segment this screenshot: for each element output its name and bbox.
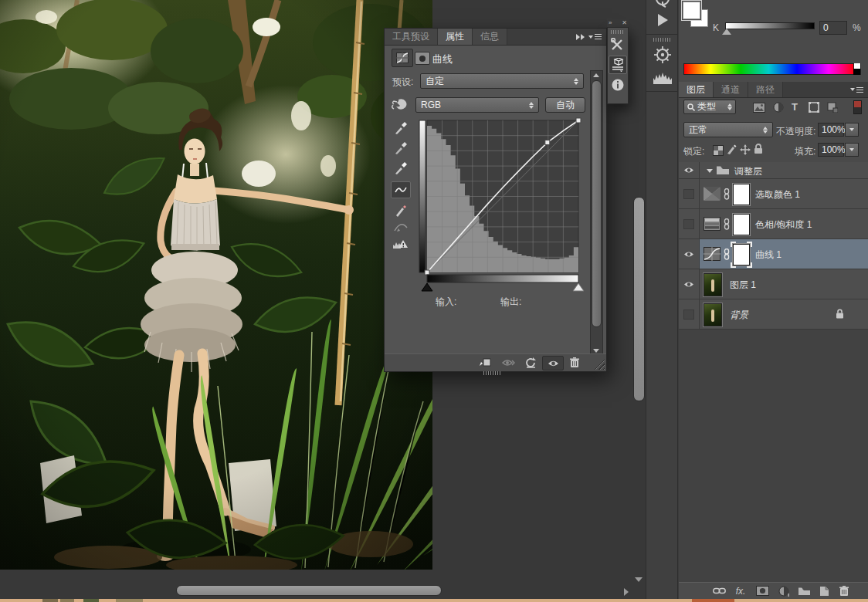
close-dock-icon[interactable]: ✕ [622,19,627,26]
group-expand-arrow[interactable] [707,169,713,173]
panel-resize-grip[interactable] [594,359,605,370]
panel-drag-grip[interactable] [483,371,500,375]
layer-mask-thumbnail[interactable] [733,214,750,235]
smooth-curve-icon[interactable] [394,223,408,232]
tab-tool-presets[interactable]: 工具预设 [385,29,438,45]
layer-thumbnail[interactable] [704,273,722,296]
eye-icon [683,281,694,288]
adjustment-badge-curves[interactable] [392,49,413,67]
auto-button[interactable]: 自动 [545,97,585,113]
right-dock: K 0 % 图层 通道 路径 类型 [679,0,868,602]
scroll-right-arrow[interactable] [624,588,629,596]
new-layer-button[interactable] [816,584,832,597]
filter-type-layers-icon[interactable]: T [792,101,798,113]
tab-channels[interactable]: 通道 [714,82,748,97]
tool-presets-dock-icon[interactable] [609,36,627,54]
lock-transparency-icon[interactable] [713,145,724,156]
channel-dropdown[interactable]: RGB [415,97,539,113]
black-point-eyedropper-icon[interactable] [394,121,408,135]
new-group-button[interactable] [796,584,812,597]
tab-properties[interactable]: 属性 [438,29,473,45]
layer-thumbnail[interactable] [704,303,722,326]
blend-mode-dropdown[interactable]: 正常 [683,122,773,137]
k-slider-track[interactable] [725,22,815,29]
add-layer-mask-button[interactable] [754,584,770,597]
layer-row-selective-color[interactable]: 选取颜色 1 [679,179,868,209]
navigator-dock-icon[interactable] [646,43,679,66]
mask-link-icon[interactable] [724,249,730,260]
panel-scrollbar[interactable] [590,70,603,356]
mask-link-icon[interactable] [724,218,730,230]
spectrum-black-swatch[interactable] [853,69,860,75]
new-adjustment-layer-button[interactable] [776,584,792,597]
highlight-input-slider[interactable] [573,283,584,291]
color-spectrum-ramp[interactable] [683,63,861,75]
reset-adjustment-button[interactable] [522,356,539,369]
layers-panel-menu-icon[interactable] [850,82,868,97]
layer-style-button[interactable]: fx. [733,584,748,597]
k-slider-thumb[interactable] [722,29,731,35]
horizontal-scrollbar[interactable] [176,585,442,596]
k-value-field[interactable]: 0 [819,21,847,35]
mask-link-icon[interactable] [724,188,730,200]
lock-all-icon[interactable] [754,144,763,154]
visibility-toggle[interactable] [679,269,700,299]
filter-pixel-layers-icon[interactable] [753,103,765,113]
histogram-dock-icon[interactable] [646,66,679,88]
tab-layers[interactable]: 图层 [679,82,714,97]
layer-row-layer1[interactable]: 图层 1 [679,269,868,299]
preset-dropdown[interactable]: 自定 [420,73,584,89]
layer-mask-thumbnail-selected[interactable] [733,244,750,265]
mask-badge[interactable] [415,52,430,65]
foreground-color-swatch[interactable] [683,2,700,19]
lock-pixels-icon[interactable] [726,144,737,155]
gray-point-eyedropper-icon[interactable] [394,141,408,155]
curves-editor[interactable] [419,120,585,292]
filter-smart-objects-icon[interactable] [827,102,838,113]
link-layers-button[interactable] [711,584,727,597]
collapse-panel-icon[interactable] [576,34,585,40]
panel-scrollbar-thumb[interactable] [592,80,602,327]
view-previous-state-button[interactable] [500,356,517,369]
vertical-scrollbar[interactable] [633,197,645,401]
toggle-visibility-button[interactable] [542,356,564,370]
visibility-toggle[interactable] [679,209,700,238]
properties-dock-icon[interactable] [609,56,627,74]
filter-kind-dropdown[interactable]: 类型 [683,100,736,114]
actions-dock-icon[interactable] [646,11,679,29]
layer-row-hue-saturation[interactable]: 色相/饱和度 1 [679,209,868,239]
targeted-adjustment-tool-icon[interactable] [391,96,409,113]
pencil-tool-icon[interactable] [395,205,407,217]
visibility-toggle[interactable] [679,299,700,329]
history-dock-icon[interactable] [646,0,679,11]
opacity-value-field[interactable]: 100% [818,123,844,137]
layer-row-group[interactable]: 调整层 [679,162,868,179]
layers-bottom-bar: fx. [679,582,868,600]
clip-to-layer-button[interactable] [476,356,493,369]
layer-row-curves[interactable]: 曲线 1 [679,239,868,269]
layer-row-background[interactable]: 背景 [679,299,868,330]
visibility-toggle[interactable] [679,239,700,269]
scroll-down-arrow[interactable] [635,577,643,582]
opacity-dropdown-button[interactable] [845,123,859,137]
delete-adjustment-button[interactable] [566,356,583,369]
visibility-toggle[interactable] [679,179,700,208]
expand-dock-icon[interactable]: » [609,19,612,26]
canvas-photo[interactable] [0,0,432,570]
edit-points-tool[interactable] [391,181,411,198]
layer-mask-thumbnail[interactable] [733,184,750,205]
filter-on-off-toggle[interactable] [853,100,862,114]
panel-menu-icon[interactable] [588,34,602,39]
tab-paths[interactable]: 路径 [748,82,783,97]
info-dock-icon[interactable] [609,76,627,94]
filter-adjustment-layers-icon[interactable] [773,102,784,113]
delete-layer-button[interactable] [836,584,852,597]
shadow-input-slider[interactable] [422,283,432,291]
fill-dropdown-button[interactable] [845,143,859,157]
filter-shape-layers-icon[interactable] [809,102,819,113]
fill-value-field[interactable]: 100% [818,143,844,157]
white-point-eyedropper-icon[interactable] [394,161,408,175]
visibility-toggle[interactable] [679,162,700,178]
lock-position-icon[interactable] [740,144,751,155]
tab-info[interactable]: 信息 [473,29,507,45]
